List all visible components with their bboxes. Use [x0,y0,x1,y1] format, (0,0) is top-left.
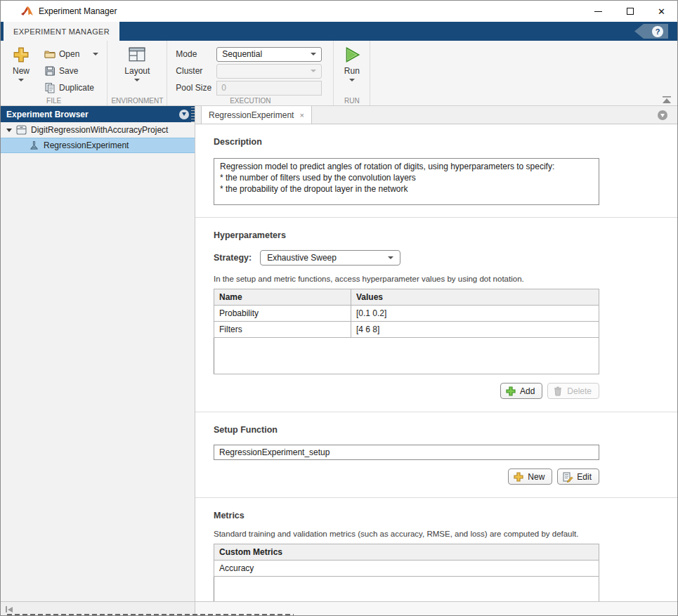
maximize-icon [627,8,634,15]
ribbon-section-execution: Mode Sequential Cluster Pool Size [167,41,334,105]
metrics-heading: Metrics [214,511,599,520]
column-header-values: Values [351,289,599,306]
strategy-label: Strategy: [214,253,252,263]
description-textarea[interactable]: Regression model to predict angles of ro… [214,158,599,205]
tree-item-project[interactable]: DigitRegressionWithAccuracyProject [1,122,195,138]
cell-name[interactable]: Probability [214,306,351,322]
setup-new-button[interactable]: New [508,468,552,485]
window-title: Experiment Manager [39,6,117,16]
pool-size-value: 0 [221,83,226,93]
open-button[interactable]: Open [41,46,101,62]
hyperparameters-add-button[interactable]: Add [500,383,542,399]
tab-actions-button[interactable] [658,110,667,120]
save-button-label: Save [59,66,78,76]
setup-function-section: Setup Function RegressionExperiment_setu… [195,412,677,498]
panel-splitter[interactable] [191,107,195,124]
duplicate-button-label: Duplicate [59,83,94,93]
open-button-label: Open [59,49,79,59]
add-plus-icon [505,386,516,397]
document-tabstrip: RegressionExperiment × [195,106,677,124]
setup-function-heading: Setup Function [214,425,599,435]
title-bar: Experiment Manager ✕ [1,1,677,22]
panel-actions-button[interactable] [179,110,189,119]
ribbon-toolbar: New Open S [1,41,677,106]
run-button-label: Run [344,66,360,76]
experiment-definition: Description Regression model to predict … [195,124,677,601]
save-button[interactable]: Save [41,63,101,79]
tree-item-experiment[interactable]: RegressionExperiment [1,138,195,153]
ribbon-section-file: New Open S [1,41,107,105]
mode-label: Mode [176,49,216,59]
tree-expand-caret-icon[interactable] [6,129,12,132]
tab-close-icon[interactable]: × [299,111,304,119]
hyperparameters-section: Hyperparameters Strategy: Exhaustive Swe… [195,218,677,412]
cell-name[interactable]: Filters [214,322,351,338]
collapse-panel-button[interactable] [6,606,13,612]
new-plus-icon [12,46,30,64]
collapse-left-icon [6,606,7,612]
setup-edit-button[interactable]: Edit [557,468,599,485]
layout-dropdown-caret-icon [134,79,140,81]
ribbon-section-environment: Layout ENVIRONMENT [107,41,167,105]
experiment-tree: DigitRegressionWithAccuracyProject Regre… [1,122,195,153]
experiment-label: RegressionExperiment [44,140,129,150]
collapse-ribbon-button[interactable] [662,96,672,103]
duplicate-button[interactable]: Duplicate [41,80,101,96]
cell-values[interactable]: [4 6 8] [351,322,599,338]
help-button[interactable]: ? [634,24,668,39]
document-tab-label: RegressionExperiment [209,110,294,120]
experiment-manager-window: Experiment Manager ✕ EXPERIMENT MANAGER … [0,0,678,616]
strategy-dropdown-value: Exhaustive Sweep [267,253,337,263]
maximize-button[interactable] [614,1,646,22]
cluster-dropdown-caret-icon [311,70,316,72]
document-panel: RegressionExperiment × Description Regre… [195,106,677,601]
layout-icon [128,46,146,64]
table-empty-area [214,577,599,602]
project-label: DigitRegressionWithAccuracyProject [31,125,168,135]
document-tab[interactable]: RegressionExperiment × [201,106,312,124]
metrics-section: Metrics Standard training and validation… [195,498,677,601]
close-button[interactable]: ✕ [646,1,677,22]
layout-button[interactable]: Layout [121,44,153,96]
experiment-flask-icon [29,140,39,150]
open-folder-icon [44,48,56,60]
help-icon: ? [652,26,663,37]
add-button-label: Add [520,386,535,396]
custom-metrics-table[interactable]: Custom Metrics Accuracy [214,544,599,601]
pool-size-label: Pool Size [176,83,216,93]
mode-dropdown[interactable]: Sequential [216,47,322,62]
table-row[interactable]: Filters [4 6 8] [214,322,599,338]
run-button[interactable]: Run [339,44,364,96]
cell-values[interactable]: [0.1 0.2] [351,306,599,322]
chevron-down-icon [182,112,186,116]
new-button-label: New [528,472,545,482]
column-header-custom-metrics: Custom Metrics [214,544,599,561]
mode-dropdown-value: Sequential [222,49,262,59]
ribbon-tabstrip: EXPERIMENT MANAGER ? [1,22,677,41]
new-button[interactable]: New [5,44,37,96]
mode-dropdown-caret-icon [311,53,316,55]
strategy-dropdown[interactable]: Exhaustive Sweep [260,250,400,266]
table-row[interactable]: Accuracy [214,561,599,577]
setup-function-input[interactable]: RegressionExperiment_setup [214,445,599,460]
tab-experiment-manager[interactable]: EXPERIMENT MANAGER [4,22,119,41]
matlab-logo-icon [21,6,33,17]
collapse-left-icon [8,607,13,612]
layout-button-label: Layout [124,66,150,76]
ribbon-tab-label: EXPERIMENT MANAGER [13,27,110,36]
minimize-button[interactable] [582,1,614,22]
table-row[interactable]: Probability [0.1 0.2] [214,306,599,322]
run-dropdown-caret-icon [349,79,355,81]
file-section-label: FILE [1,97,107,105]
ribbon-section-run: Run RUN [334,41,370,105]
experiment-browser-header: Experiment Browser [1,106,195,122]
table-header-row: Custom Metrics [214,544,599,561]
hyperparameters-table[interactable]: Name Values Probability [0.1 0.2] Filter… [214,289,599,374]
table-empty-area [214,338,599,374]
edit-button-label: Edit [577,472,592,482]
run-section-label: RUN [334,97,370,105]
cell-metric[interactable]: Accuracy [214,561,599,577]
cluster-dropdown [216,64,322,79]
close-icon: ✕ [658,7,665,16]
strategy-dropdown-caret-icon [388,256,393,259]
